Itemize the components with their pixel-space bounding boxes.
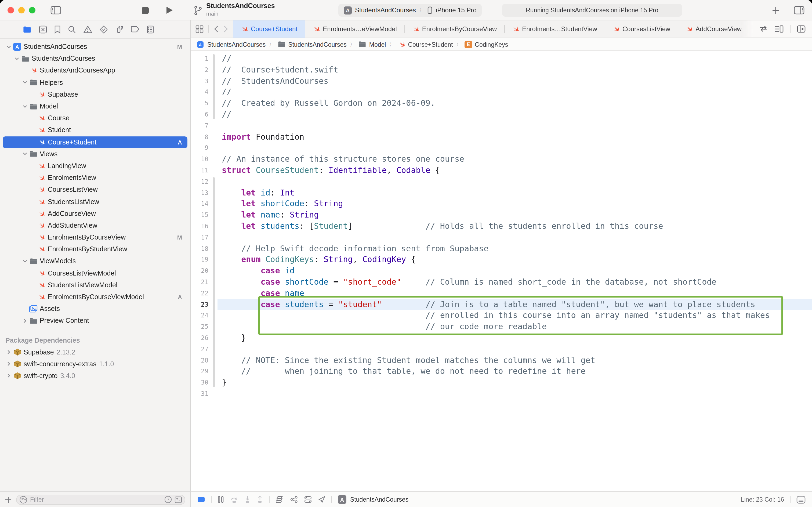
disclosure-chevron-icon[interactable] bbox=[5, 350, 12, 354]
source-editor[interactable]: 1//2// Course+Student.swift3// StudentsA… bbox=[191, 51, 812, 492]
code-line[interactable]: 26 } bbox=[191, 332, 812, 344]
code-line[interactable]: 7 bbox=[191, 120, 812, 131]
tab-overview-icon[interactable] bbox=[195, 25, 204, 33]
disclosure-chevron-icon[interactable] bbox=[21, 80, 28, 85]
code-line[interactable]: 11struct CourseStudent: Identifiable, Co… bbox=[191, 165, 812, 176]
code-line[interactable]: 25 // our code more readable bbox=[191, 321, 812, 332]
sidebar-item-studentsandcourses[interactable]: StudentsAndCourses bbox=[3, 53, 187, 64]
code-line[interactable]: 17 bbox=[191, 232, 812, 243]
sidebar-item-student[interactable]: Student bbox=[3, 124, 187, 136]
sidebar-item-enrolmentsbycourseviewmodel[interactable]: EnrolmentsByCourseViewModelA bbox=[3, 291, 187, 303]
sidebar-item-assets[interactable]: Assets bbox=[3, 303, 187, 315]
code-line[interactable]: 24 // enrolled in this course into an ar… bbox=[191, 310, 812, 322]
code-line[interactable]: 10// An instance of this structure store… bbox=[191, 154, 812, 165]
sidebar-item-course[interactable]: Course bbox=[3, 112, 187, 124]
editor-tab-course-student[interactable]: Course+Student bbox=[233, 20, 305, 38]
code-line[interactable]: 19 enum CodingKeys: String, CodingKey { bbox=[191, 254, 812, 266]
jump-bar-item-codingkeys[interactable]: ECodingKeys bbox=[465, 41, 508, 48]
source-control-filter-icon[interactable] bbox=[175, 496, 182, 503]
code-line[interactable]: 27 bbox=[191, 343, 812, 355]
bookmark-navigator-icon[interactable] bbox=[54, 25, 61, 34]
editor-layout-icon[interactable] bbox=[197, 496, 205, 503]
source-control-navigator-icon[interactable] bbox=[39, 25, 47, 34]
debug-bar-toggle-icon[interactable] bbox=[218, 496, 224, 503]
code-line[interactable]: 29 // when joining to that table, we do … bbox=[191, 366, 812, 377]
sidebar-item-studentsandcourses[interactable]: AStudentsAndCoursesM bbox=[3, 41, 187, 53]
sidebar-item-studentsandcoursesapp[interactable]: StudentsAndCoursesApp bbox=[3, 65, 187, 76]
code-line[interactable]: 1// bbox=[191, 53, 812, 64]
sidebar-item-landingview[interactable]: LandingView bbox=[3, 160, 187, 172]
code-line[interactable]: 14 let shortCode: String bbox=[191, 199, 812, 210]
editor-tab-enrolments-studentview[interactable]: Enrolments…StudentView bbox=[504, 20, 605, 38]
code-line[interactable]: 18 // Help Swift decode information sent… bbox=[191, 243, 812, 254]
go-forward-icon[interactable] bbox=[223, 25, 228, 33]
sidebar-item-model[interactable]: Model bbox=[3, 101, 187, 112]
code-line[interactable]: 3// StudentsAndCourses bbox=[191, 75, 812, 87]
stop-button[interactable] bbox=[141, 0, 149, 20]
code-line[interactable]: 16 let students: [Student] // Holds all … bbox=[191, 221, 812, 232]
disclosure-chevron-icon[interactable] bbox=[13, 56, 20, 61]
code-line[interactable]: 2// Course+Student.swift bbox=[191, 64, 812, 76]
editor-tab-enrolmentsbycourseview[interactable]: EnrolmentsByCourseView bbox=[404, 20, 504, 38]
sidebar-item-course-student[interactable]: Course+StudentA bbox=[3, 136, 187, 148]
editor-tab-enrolments-eviewmodel[interactable]: Enrolments…eViewModel bbox=[305, 20, 404, 38]
code-line[interactable]: 23 case students = "student" // Join is … bbox=[191, 299, 812, 310]
disclosure-chevron-icon[interactable] bbox=[5, 362, 12, 367]
adjust-editor-options-icon[interactable] bbox=[774, 25, 784, 33]
sidebar-item-supabase[interactable]: Supabase bbox=[3, 89, 187, 101]
disclosure-chevron-icon[interactable] bbox=[5, 374, 12, 378]
jump-bar-item-course-student[interactable]: Course+Student bbox=[398, 41, 453, 48]
package-item-supabase[interactable]: Supabase2.13.2 bbox=[3, 346, 187, 358]
code-line[interactable]: 4// bbox=[191, 87, 812, 98]
disclosure-chevron-icon[interactable] bbox=[5, 44, 12, 49]
code-line[interactable]: 30} bbox=[191, 377, 812, 388]
run-button[interactable] bbox=[165, 0, 173, 20]
scheme-selector[interactable]: A StudentsAndCourses 〉 iPhone 15 Pro bbox=[338, 4, 482, 17]
code-line[interactable]: 9 bbox=[191, 143, 812, 154]
test-navigator-icon[interactable] bbox=[99, 25, 108, 34]
disclosure-chevron-icon[interactable] bbox=[21, 104, 28, 109]
toggle-right-sidebar-icon[interactable] bbox=[794, 0, 805, 20]
jump-bar-item-model[interactable]: Model bbox=[358, 41, 386, 48]
code-line[interactable]: 6// bbox=[191, 109, 812, 120]
debug-navigator-icon[interactable] bbox=[115, 25, 123, 34]
sidebar-item-studentslistviewmodel[interactable]: StudentsListViewModel bbox=[3, 279, 187, 291]
add-tab-icon[interactable] bbox=[772, 0, 780, 20]
memory-graph-icon[interactable] bbox=[290, 496, 298, 503]
sidebar-item-enrolmentsbystudentview[interactable]: EnrolmentsByStudentView bbox=[3, 243, 187, 255]
simulate-location-icon[interactable] bbox=[318, 496, 326, 503]
code-line[interactable]: 5// Created by Russell Gordon on 2024-06… bbox=[191, 98, 812, 109]
disclosure-chevron-icon[interactable] bbox=[21, 319, 28, 323]
code-line[interactable]: 28 // NOTE: Since the existing Student m… bbox=[191, 355, 812, 366]
related-items-icon[interactable] bbox=[759, 25, 768, 32]
minimize-window-button[interactable] bbox=[18, 7, 25, 13]
sidebar-item-enrolmentsbycourseview[interactable]: EnrolmentsByCourseViewM bbox=[3, 231, 187, 243]
editor-tab-addcourseview[interactable]: AddCourseView bbox=[678, 20, 749, 38]
sidebar-item-views[interactable]: Views bbox=[3, 148, 187, 160]
code-line[interactable]: 15 let name: String bbox=[191, 210, 812, 221]
close-window-button[interactable] bbox=[7, 7, 14, 13]
sidebar-item-helpers[interactable]: Helpers bbox=[3, 76, 187, 88]
recent-files-icon[interactable] bbox=[164, 496, 172, 503]
package-item-swift-concurrency-extras[interactable]: swift-concurrency-extras1.1.0 bbox=[3, 358, 187, 370]
issue-navigator-icon[interactable] bbox=[83, 25, 93, 33]
filter-field[interactable]: Filter bbox=[16, 494, 185, 505]
sidebar-item-preview-content[interactable]: Preview Content bbox=[3, 315, 187, 327]
code-line[interactable]: 8import Foundation bbox=[191, 131, 812, 143]
breakpoint-navigator-icon[interactable] bbox=[130, 26, 139, 33]
add-editor-icon[interactable] bbox=[797, 25, 806, 33]
jump-bar-item-studentsandcourses[interactable]: StudentsAndCourses bbox=[277, 41, 346, 48]
code-line[interactable]: 13 let id: Int bbox=[191, 187, 812, 199]
sidebar-item-addstudentview[interactable]: AddStudentView bbox=[3, 220, 187, 231]
zoom-window-button[interactable] bbox=[29, 7, 36, 13]
project-navigator-icon[interactable] bbox=[22, 25, 32, 33]
package-item-swift-crypto[interactable]: swift-crypto3.4.0 bbox=[3, 370, 187, 382]
disclosure-chevron-icon[interactable] bbox=[21, 152, 28, 157]
view-hierarchy-icon[interactable] bbox=[276, 496, 284, 503]
code-line[interactable]: 22 case name bbox=[191, 288, 812, 299]
code-line[interactable]: 20 case id bbox=[191, 265, 812, 277]
go-back-icon[interactable] bbox=[214, 25, 219, 33]
sidebar-item-courseslistviewmodel[interactable]: CoursesListViewModel bbox=[3, 267, 187, 279]
code-line[interactable]: 21 case shortCode = "short_code" // Colu… bbox=[191, 277, 812, 288]
toggle-bottom-bar-icon[interactable] bbox=[797, 496, 806, 504]
